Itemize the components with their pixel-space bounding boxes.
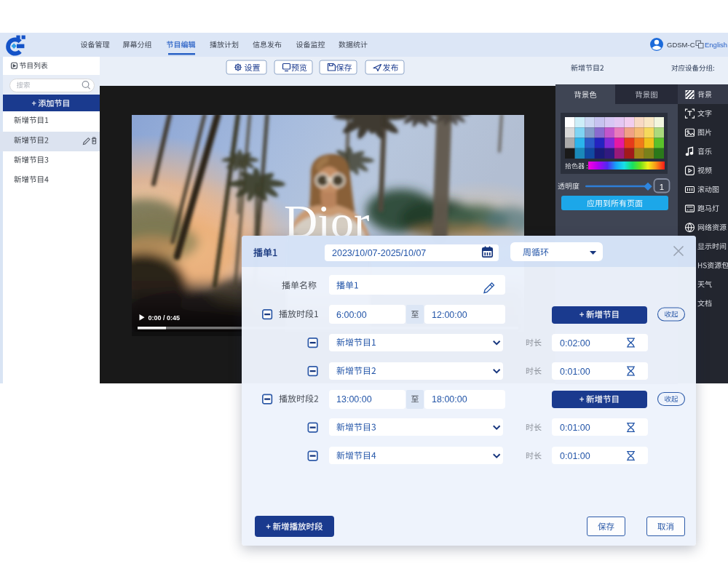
svg-text:6:00:00: 6:00:00 bbox=[336, 310, 367, 320]
svg-text:2023/10/07-2025/10/07: 2023/10/07-2025/10/07 bbox=[332, 248, 426, 258]
svg-text:0:01:00: 0:01:00 bbox=[560, 423, 590, 433]
svg-text:12:00:00: 12:00:00 bbox=[432, 310, 467, 320]
svg-text:0:02:00: 0:02:00 bbox=[560, 338, 590, 348]
svg-text:13:00:00: 13:00:00 bbox=[336, 394, 372, 404]
svg-text:0:01:00: 0:01:00 bbox=[560, 451, 590, 461]
svg-text:18:00:00: 18:00:00 bbox=[432, 394, 467, 404]
svg-text:0:01:00: 0:01:00 bbox=[560, 367, 590, 377]
